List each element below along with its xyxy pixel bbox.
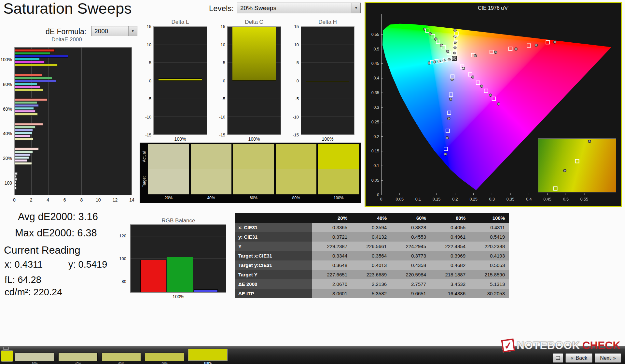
y-tick-label: 0.2 [366, 134, 379, 139]
levels-dropdown[interactable]: 20% Sweeps ▼ [237, 3, 361, 13]
de-formula-dropdown[interactable]: 2000 ▼ [91, 26, 137, 36]
y-tick-label: 0.4 [366, 76, 379, 80]
y-axis: 151050-5-10-15 [214, 26, 227, 135]
bar [306, 81, 350, 82]
y-tick-label: -5 [147, 96, 151, 101]
target-label: Target [140, 169, 148, 194]
y-tick-label: 0.1 [366, 163, 379, 168]
bar [15, 181, 16, 184]
table-cell: 220.5984 [391, 270, 430, 279]
table-cell: 0.5419 [470, 232, 509, 242]
x-tick-label: 0.15 [433, 197, 440, 202]
x-tick-label: 6 [63, 197, 66, 203]
bar [15, 156, 29, 159]
table-row: Target y:CIE310.36480.40130.43580.46820.… [235, 260, 509, 270]
next-chevrons-icon: » [613, 355, 616, 361]
actual-target-swatches: Actual Target 20%40%60%80%100% [140, 143, 361, 203]
swatch-label: 100% [318, 194, 359, 202]
gridline [301, 27, 354, 27]
gridline [228, 134, 281, 135]
y-axis: 12010080 [109, 224, 128, 293]
patch-label: 80% [145, 362, 184, 364]
y-axis-label: 100 [0, 171, 14, 195]
bar [15, 49, 55, 52]
table-cell: 220.2388 [470, 242, 509, 251]
x-tick-label: 100% [130, 294, 227, 299]
back-button[interactable]: « Back [565, 353, 592, 363]
patch-label: 40% [58, 362, 98, 364]
layout-button[interactable] [553, 353, 563, 363]
patch-button-20%[interactable]: 20% [15, 353, 54, 364]
table-cell: 5.3582 [352, 289, 391, 298]
x-tick-label: 10 [96, 197, 101, 203]
plot-area [130, 224, 226, 293]
target-swatch [318, 169, 359, 194]
bar [15, 107, 34, 110]
bar [15, 80, 56, 82]
table-cell: 0.4682 [430, 260, 470, 270]
x-tick-label: 0 [13, 197, 16, 203]
table-cell: 9.6651 [391, 289, 430, 298]
patch-button-60%[interactable]: 60% [102, 353, 141, 364]
bar [15, 150, 33, 153]
y-tick-label: 0.5 [366, 47, 379, 51]
y-tick-label: 0.25 [366, 120, 379, 124]
table-row: Y229.2387226.5661224.2945222.4854220.238… [235, 242, 509, 251]
y-tick-label: 0.35 [366, 91, 379, 95]
x-tick-label: 8 [80, 197, 83, 203]
y-tick-label: -10 [293, 114, 299, 119]
bar [15, 172, 18, 175]
chevron-down-icon: ▼ [352, 3, 360, 13]
y-tick-label: -5 [221, 96, 225, 101]
x-tick-label: 100% [153, 136, 207, 142]
bar [232, 27, 276, 81]
y-tick-label: 15 [147, 24, 151, 29]
patch-label: 20% [15, 362, 54, 364]
y-tick-label: 120 [119, 233, 126, 238]
next-button[interactable]: Next » [595, 353, 621, 363]
gridline [301, 134, 354, 135]
table-cell: 227.6651 [312, 270, 352, 279]
patch-color [145, 353, 184, 361]
table-header-cell: 20% [312, 213, 352, 223]
x-tick-label: 0.55 [580, 197, 588, 202]
y-tick-label: -15 [145, 133, 151, 137]
current-fl: fL: 64.28 [5, 274, 41, 285]
bar [15, 98, 47, 101]
table-header-cell: 40% [352, 213, 391, 223]
gridline [154, 45, 207, 45]
patch-button-80%[interactable]: 80% [145, 353, 184, 364]
y-axis: 151050-5-10-15 [140, 26, 153, 135]
table-cell: 2.0670 [312, 279, 352, 289]
de-formula-value: 2000 [91, 26, 128, 36]
bar [15, 162, 32, 165]
table-row: Target x:CIE310.33440.35640.37730.39690.… [235, 251, 509, 260]
bar [15, 159, 27, 162]
patch-selector: 20%40%60%80%100% [15, 349, 228, 364]
actual-swatch [148, 144, 189, 169]
y-axis-label: 40% [0, 121, 14, 146]
de-formula-label: dE Formula: [46, 27, 86, 36]
gridline [154, 117, 207, 117]
patch-color [58, 353, 98, 361]
bar-group [15, 97, 132, 121]
table-cell: 0.5053 [470, 260, 509, 270]
levels-value: 20% Sweeps [237, 3, 352, 13]
bar [15, 123, 43, 126]
table-header-row: 20%40%60%80%100% [235, 213, 509, 223]
bar-group [15, 72, 132, 97]
table-row-label: Target y:CIE31 [235, 260, 312, 270]
patch-color [188, 349, 228, 361]
table-row-label: Target x:CIE31 [235, 251, 312, 260]
table-cell: 0.3564 [352, 251, 391, 260]
bar-group [15, 171, 132, 195]
table-header-cell: 80% [430, 213, 470, 223]
cie-diagram-panel[interactable]: CIE 1976 u'v' 00.050.10.150.20.250.30.35… [365, 2, 622, 207]
current-cdm2: cd/m²: 220.24 [5, 287, 62, 298]
x-tick-label: 0.1 [415, 197, 421, 202]
x-tick-label: 0.5 [563, 197, 568, 202]
patch-button-40%[interactable]: 40% [58, 353, 98, 364]
patch-button-100%[interactable]: 100% [188, 349, 228, 364]
y-tick-label: 10 [221, 42, 225, 47]
table-row-label: Target Y [235, 270, 312, 279]
